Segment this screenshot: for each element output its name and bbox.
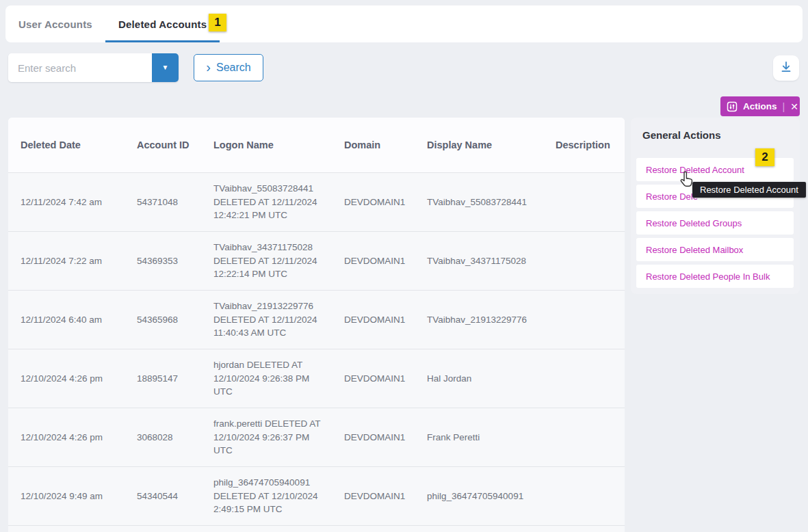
table-row[interactable]: 12/11/2024 6:40 am 54365968 TVaibhav_219…: [8, 290, 625, 349]
cell-display-name: TVaibhav_21913229776: [427, 313, 556, 327]
table-row[interactable]: 12/10/2024 9:49 am 54340544 philg_364747…: [8, 466, 625, 525]
cell-logon-name: hjordan DELETED AT 12/10/2024 9:26:38 PM…: [213, 358, 344, 399]
tab-user-accounts-label: User Accounts: [18, 18, 92, 30]
cell-deleted-date: 12/10/2024 4:26 pm: [21, 431, 137, 444]
search-button-label: Search: [216, 62, 251, 74]
search-group: ▼: [8, 53, 179, 82]
tab-deleted-accounts-label: Deleted Accounts: [118, 18, 207, 30]
column-header[interactable]: Domain: [344, 139, 427, 150]
table-body: 12/11/2024 7:42 am 54371048 TVaibhav_550…: [8, 172, 625, 525]
cell-domain: DEVDOMAIN1: [344, 254, 427, 268]
cell-display-name: philg_36474705940091: [427, 490, 556, 503]
cell-domain: DEVDOMAIN1: [344, 196, 427, 209]
cell-account-id: 18895147: [137, 372, 213, 386]
tab-user-accounts[interactable]: User Accounts: [5, 5, 105, 42]
hand-cursor-icon: [678, 170, 693, 190]
download-icon: [779, 60, 793, 76]
cell-account-id: 54369353: [137, 254, 213, 268]
cell-domain: DEVDOMAIN1: [344, 313, 427, 327]
column-header[interactable]: Deleted Date: [21, 139, 137, 150]
restore-deleted-account-tooltip: Restore Deleted Account: [692, 182, 806, 198]
search-input[interactable]: [8, 53, 152, 82]
table-row[interactable]: 12/11/2024 7:22 am 54369353 TVaibhav_343…: [8, 231, 625, 290]
separator: |: [783, 101, 785, 112]
table-row-partial: [8, 525, 625, 532]
table-header-row: Deleted Date Account ID Logon Name Domai…: [8, 118, 625, 172]
table-row[interactable]: 12/11/2024 7:42 am 54371048 TVaibhav_550…: [8, 172, 625, 231]
column-header[interactable]: Description: [556, 139, 625, 150]
tab-bar: User Accounts Deleted Accounts: [5, 5, 803, 42]
table-row[interactable]: 12/10/2024 4:26 pm 18895147 hjordan DELE…: [8, 349, 625, 408]
actions-button-label: Actions: [743, 101, 777, 111]
cell-domain: DEVDOMAIN1: [344, 490, 427, 503]
cell-deleted-date: 12/11/2024 6:40 am: [21, 313, 137, 327]
annotation-step-2-badge: 2: [755, 148, 774, 166]
general-actions-list: Restore Deleted Account Restore Dele Res…: [636, 158, 794, 288]
deleted-accounts-page: User Accounts Deleted Accounts 1 ▼ › Sea…: [0, 0, 808, 532]
export-download-button[interactable]: [773, 55, 799, 81]
cell-deleted-date: 12/11/2024 7:22 am: [21, 254, 137, 268]
caret-down-icon: ▼: [162, 64, 169, 71]
general-action-link[interactable]: Restore Deleted Mailbox: [636, 238, 794, 261]
column-header[interactable]: Display Name: [427, 139, 556, 150]
cell-domain: DEVDOMAIN1: [344, 431, 427, 444]
cell-display-name: Frank Peretti: [427, 431, 556, 444]
general-action-link[interactable]: Restore Deleted Groups: [636, 211, 794, 235]
cell-display-name: TVaibhav_34371175028: [427, 254, 556, 268]
cell-account-id: 54340544: [137, 490, 213, 503]
annotation-step-1-badge: 1: [209, 14, 226, 31]
deleted-accounts-table: Deleted Date Account ID Logon Name Domai…: [8, 118, 625, 532]
table-row[interactable]: 12/10/2024 4:26 pm 3068028 frank.peretti…: [8, 408, 625, 466]
actions-button[interactable]: Actions | ✕: [720, 96, 800, 116]
sliders-icon: [727, 101, 738, 112]
cell-account-id: 54371048: [137, 196, 213, 209]
cell-display-name: Hal Jordan: [427, 372, 556, 386]
cell-logon-name: TVaibhav_21913229776 DELETED AT 12/11/20…: [213, 300, 344, 340]
cell-logon-name: philg_36474705940091 DELETED AT 12/10/20…: [213, 476, 344, 516]
close-icon[interactable]: ✕: [790, 101, 798, 112]
cell-logon-name: frank.peretti DELETED AT 12/10/2024 9:26…: [213, 417, 344, 457]
column-header[interactable]: Account ID: [137, 139, 213, 150]
cell-deleted-date: 12/11/2024 7:42 am: [21, 196, 137, 209]
general-actions-panel: General Actions Restore Deleted Account …: [631, 118, 800, 294]
search-button[interactable]: › Search: [194, 54, 263, 81]
cell-logon-name: TVaibhav_55083728441 DELETED AT 12/11/20…: [213, 182, 344, 222]
cell-logon-name: TVaibhav_34371175028 DELETED AT 12/11/20…: [213, 241, 344, 281]
general-actions-title: General Actions: [642, 129, 800, 141]
column-header[interactable]: Logon Name: [213, 139, 344, 150]
tab-deleted-accounts[interactable]: Deleted Accounts: [105, 5, 220, 42]
search-options-dropdown-button[interactable]: ▼: [152, 53, 179, 82]
cell-domain: DEVDOMAIN1: [344, 372, 427, 386]
cell-account-id: 3068028: [137, 431, 213, 444]
cell-display-name: TVaibhav_55083728441: [427, 196, 556, 209]
cell-account-id: 54365968: [137, 313, 213, 327]
cell-deleted-date: 12/10/2024 4:26 pm: [21, 372, 137, 386]
chevron-right-icon: ›: [206, 60, 211, 74]
cell-deleted-date: 12/10/2024 9:49 am: [21, 490, 137, 503]
general-action-link[interactable]: Restore Deleted People In Bulk: [636, 265, 794, 288]
